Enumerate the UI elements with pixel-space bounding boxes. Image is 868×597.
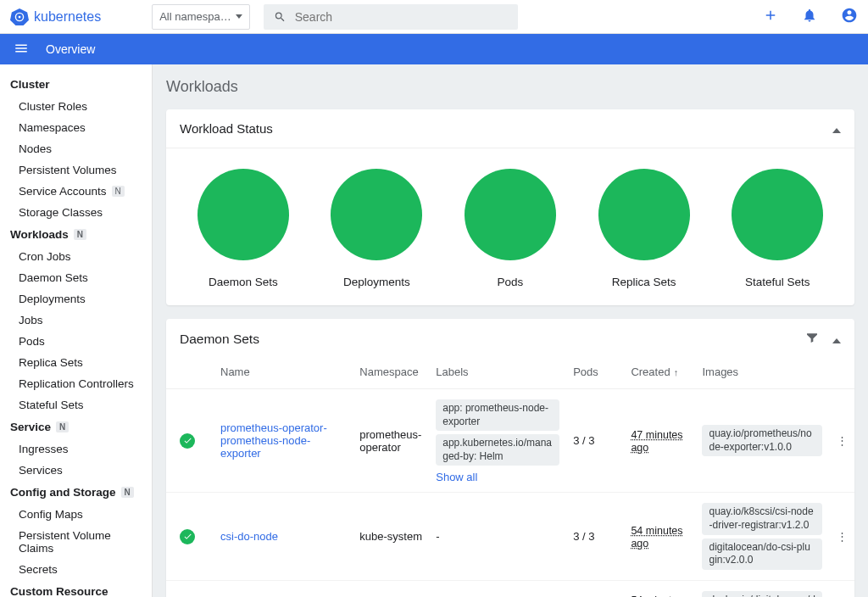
topbar: kubernetes All namespac…: [0, 0, 868, 34]
namespace-cell: prometheus-operator: [353, 389, 429, 493]
status-ok-icon: [180, 433, 195, 449]
label-chip: app: prometheus-node-exporter: [436, 399, 559, 431]
chart-pods[interactable]: Pods: [465, 169, 556, 288]
status-circle-icon: [465, 169, 556, 260]
namespace-selector-label: All namespac…: [159, 10, 236, 23]
daemon-header: Daemon Sets: [166, 319, 854, 359]
main-content: Workloads Workload Status Daemon SetsDep…: [153, 64, 868, 597]
daemon-table: NameNamespaceLabelsPodsCreated↑Images pr…: [166, 359, 854, 597]
created-cell: 47 minutes ago: [631, 429, 682, 454]
badge-n: N: [74, 229, 86, 240]
sidebar-item-deployments[interactable]: Deployments: [0, 288, 152, 310]
table-row: prometheus-operator-prometheus-node-expo…: [166, 389, 854, 493]
table-actions: [805, 331, 841, 347]
search-box[interactable]: [264, 4, 518, 30]
row-menu-icon[interactable]: ⋮: [829, 389, 854, 493]
col-pods[interactable]: Pods: [566, 359, 624, 389]
pods-cell: 3 / 3: [566, 389, 624, 493]
search-input[interactable]: [295, 10, 508, 24]
namespace-cell: kube-system: [353, 493, 429, 580]
col-name[interactable]: Name: [214, 359, 353, 389]
sidebar-item-daemon-sets[interactable]: Daemon Sets: [0, 267, 152, 288]
chart-label: Daemon Sets: [209, 276, 278, 288]
search-icon: [274, 10, 287, 24]
sidebar-item-config-maps[interactable]: Config Maps: [0, 504, 152, 525]
chart-label: Stateful Sets: [745, 276, 810, 288]
plus-icon[interactable]: [763, 8, 778, 25]
sidebar-item-persistent-volumes[interactable]: Persistent Volumes: [0, 159, 152, 181]
sidebar-item-stateful-sets[interactable]: Stateful Sets: [0, 394, 152, 416]
sidebar: ClusterCluster RolesNamespacesNodesPersi…: [0, 64, 153, 597]
brand-text: kubernetes: [34, 9, 101, 25]
account-icon[interactable]: [841, 7, 858, 26]
sidebar-item-service-accounts[interactable]: Service AccountsN: [0, 181, 152, 202]
row-menu-icon[interactable]: ⋮: [829, 493, 854, 580]
table-row: do-node-agentkube-systemapp: do-node-age…: [166, 580, 854, 597]
sidebar-group-custom-resource-definitio[interactable]: Custom Resource Definitio: [0, 580, 152, 597]
sidebar-item-cron-jobs[interactable]: Cron Jobs: [0, 246, 152, 267]
status-circle-icon: [732, 169, 823, 260]
image-chip: digitalocean/do-csi-plugin:v2.0.0: [702, 538, 822, 570]
bluebar: Overview: [0, 34, 868, 64]
collapse-icon[interactable]: [832, 122, 841, 136]
top-actions: [763, 7, 858, 26]
sidebar-item-jobs[interactable]: Jobs: [0, 310, 152, 331]
sidebar-item-cluster-roles[interactable]: Cluster Roles: [0, 96, 152, 117]
sidebar-item-pods[interactable]: Pods: [0, 331, 152, 352]
section-title: Overview: [46, 42, 95, 56]
caret-down-icon: [236, 14, 242, 19]
logo[interactable]: kubernetes: [10, 8, 101, 26]
col-created[interactable]: Created↑: [624, 359, 695, 389]
chart-replica-sets[interactable]: Replica Sets: [598, 169, 690, 288]
sidebar-group-cluster[interactable]: Cluster: [0, 73, 152, 96]
chart-label: Replica Sets: [612, 276, 676, 288]
chart-daemon-sets[interactable]: Daemon Sets: [198, 169, 289, 288]
image-chip: quay.io/k8scsi/csi-node-driver-registrar…: [702, 503, 822, 534]
bell-icon[interactable]: [802, 8, 817, 25]
image-chip: quay.io/prometheus/node-exporter:v1.0.0: [702, 425, 822, 456]
sidebar-item-secrets[interactable]: Secrets: [0, 559, 152, 580]
hamburger-icon[interactable]: [14, 41, 29, 59]
sidebar-item-ingresses[interactable]: Ingresses: [0, 438, 152, 460]
card-header: Workload Status: [166, 109, 854, 148]
label-chip: app.kubernetes.io/managed-by: Helm: [436, 434, 559, 466]
sidebar-item-namespaces[interactable]: Namespaces: [0, 117, 152, 138]
resource-link[interactable]: csi-do-node: [220, 530, 346, 543]
row-menu-icon[interactable]: ⋮: [829, 580, 854, 597]
chart-deployments[interactable]: Deployments: [331, 169, 422, 288]
sidebar-item-replication-controllers[interactable]: Replication Controllers: [0, 373, 152, 394]
card-title: Workload Status: [180, 121, 273, 136]
sidebar-item-persistent-volume-claims[interactable]: Persistent Volume Claims: [0, 525, 152, 559]
col-images[interactable]: Images: [695, 359, 829, 389]
chart-stateful-sets[interactable]: Stateful Sets: [732, 169, 823, 288]
sidebar-group-workloads[interactable]: WorkloadsN: [0, 223, 152, 246]
workload-status-card: Workload Status Daemon SetsDeploymentsPo…: [166, 109, 854, 305]
status-ok-icon: [180, 529, 195, 544]
namespace-cell: kube-system: [353, 580, 429, 597]
sidebar-item-services[interactable]: Services: [0, 460, 152, 481]
collapse-icon[interactable]: [832, 332, 841, 346]
pods-cell: 3 / 3: [566, 580, 624, 597]
filter-icon[interactable]: [805, 331, 819, 347]
resource-link[interactable]: prometheus-operator-prometheus-node-expo…: [220, 421, 346, 460]
chart-label: Pods: [498, 276, 524, 288]
status-charts: Daemon SetsDeploymentsPodsReplica SetsSt…: [166, 148, 854, 305]
sidebar-group-service[interactable]: ServiceN: [0, 416, 152, 438]
col-labels[interactable]: Labels: [429, 359, 566, 389]
col-namespace[interactable]: Namespace: [353, 359, 429, 389]
namespace-selector[interactable]: All namespac…: [152, 4, 250, 30]
status-circle-icon: [198, 169, 289, 260]
show-all-link[interactable]: Show all: [436, 471, 477, 483]
sidebar-item-replica-sets[interactable]: Replica Sets: [0, 352, 152, 373]
daemon-sets-card: Daemon Sets NameNamespaceLabelsPodsCreat…: [166, 319, 854, 597]
status-circle-icon: [331, 169, 422, 260]
chart-label: Deployments: [343, 276, 410, 288]
sidebar-group-config-and-storage[interactable]: Config and StorageN: [0, 481, 152, 504]
badge-n: N: [121, 487, 134, 498]
sidebar-item-storage-classes[interactable]: Storage Classes: [0, 202, 152, 223]
page-title: Workloads: [166, 78, 854, 96]
status-circle-icon: [598, 169, 690, 260]
sidebar-item-nodes[interactable]: Nodes: [0, 138, 152, 159]
svg-point-2: [19, 15, 21, 18]
sort-up-icon: ↑: [674, 367, 679, 377]
